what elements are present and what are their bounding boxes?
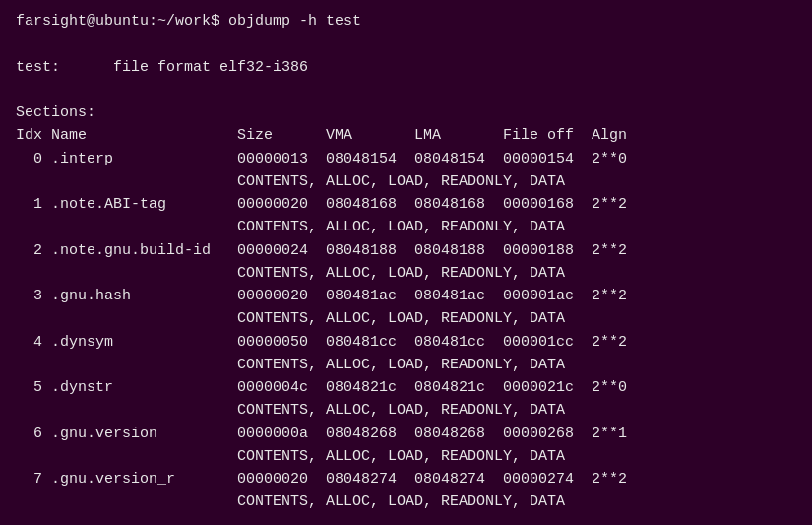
terminal-output: farsight@ubuntu:~/work$ objdump -h test … [16,10,796,514]
